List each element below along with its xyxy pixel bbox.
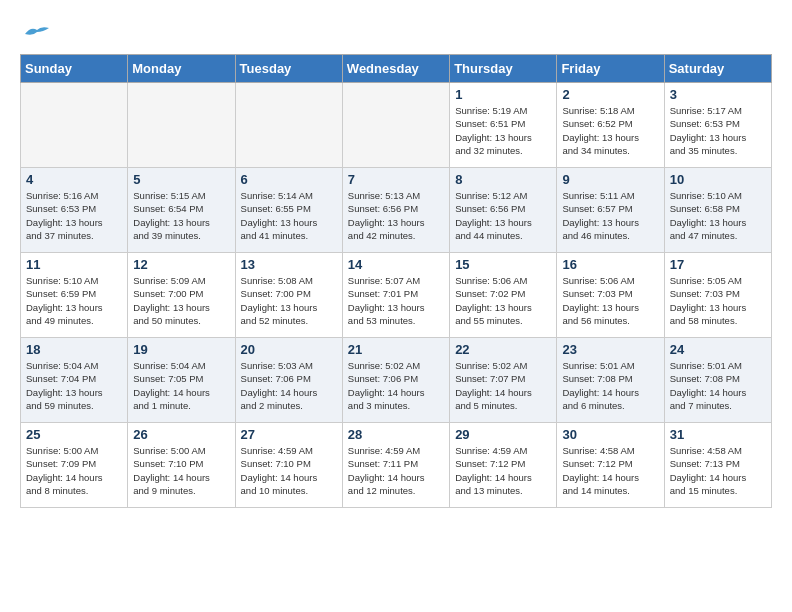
day-info: Sunrise: 5:02 AM Sunset: 7:07 PM Dayligh…	[455, 359, 551, 412]
day-info: Sunrise: 5:00 AM Sunset: 7:09 PM Dayligh…	[26, 444, 122, 497]
day-number: 30	[562, 427, 658, 442]
calendar-cell: 15Sunrise: 5:06 AM Sunset: 7:02 PM Dayli…	[450, 253, 557, 338]
calendar-cell: 31Sunrise: 4:58 AM Sunset: 7:13 PM Dayli…	[664, 423, 771, 508]
calendar-cell: 16Sunrise: 5:06 AM Sunset: 7:03 PM Dayli…	[557, 253, 664, 338]
day-info: Sunrise: 5:06 AM Sunset: 7:02 PM Dayligh…	[455, 274, 551, 327]
calendar-cell: 19Sunrise: 5:04 AM Sunset: 7:05 PM Dayli…	[128, 338, 235, 423]
day-info: Sunrise: 4:59 AM Sunset: 7:12 PM Dayligh…	[455, 444, 551, 497]
calendar-cell: 13Sunrise: 5:08 AM Sunset: 7:00 PM Dayli…	[235, 253, 342, 338]
week-row-2: 4Sunrise: 5:16 AM Sunset: 6:53 PM Daylig…	[21, 168, 772, 253]
logo-text	[20, 20, 51, 44]
day-number: 27	[241, 427, 337, 442]
calendar-cell: 20Sunrise: 5:03 AM Sunset: 7:06 PM Dayli…	[235, 338, 342, 423]
day-info: Sunrise: 5:18 AM Sunset: 6:52 PM Dayligh…	[562, 104, 658, 157]
calendar-cell: 1Sunrise: 5:19 AM Sunset: 6:51 PM Daylig…	[450, 83, 557, 168]
day-info: Sunrise: 5:04 AM Sunset: 7:04 PM Dayligh…	[26, 359, 122, 412]
day-info: Sunrise: 5:00 AM Sunset: 7:10 PM Dayligh…	[133, 444, 229, 497]
day-number: 9	[562, 172, 658, 187]
calendar-cell: 23Sunrise: 5:01 AM Sunset: 7:08 PM Dayli…	[557, 338, 664, 423]
page-header	[20, 20, 772, 44]
calendar-cell: 26Sunrise: 5:00 AM Sunset: 7:10 PM Dayli…	[128, 423, 235, 508]
day-info: Sunrise: 5:15 AM Sunset: 6:54 PM Dayligh…	[133, 189, 229, 242]
weekday-header-saturday: Saturday	[664, 55, 771, 83]
day-number: 24	[670, 342, 766, 357]
calendar-cell: 30Sunrise: 4:58 AM Sunset: 7:12 PM Dayli…	[557, 423, 664, 508]
day-info: Sunrise: 5:11 AM Sunset: 6:57 PM Dayligh…	[562, 189, 658, 242]
day-number: 23	[562, 342, 658, 357]
day-number: 15	[455, 257, 551, 272]
weekday-header-monday: Monday	[128, 55, 235, 83]
calendar-cell: 8Sunrise: 5:12 AM Sunset: 6:56 PM Daylig…	[450, 168, 557, 253]
day-number: 3	[670, 87, 766, 102]
calendar-cell: 18Sunrise: 5:04 AM Sunset: 7:04 PM Dayli…	[21, 338, 128, 423]
calendar-cell: 21Sunrise: 5:02 AM Sunset: 7:06 PM Dayli…	[342, 338, 449, 423]
day-number: 21	[348, 342, 444, 357]
calendar-cell: 10Sunrise: 5:10 AM Sunset: 6:58 PM Dayli…	[664, 168, 771, 253]
day-info: Sunrise: 5:16 AM Sunset: 6:53 PM Dayligh…	[26, 189, 122, 242]
weekday-header-tuesday: Tuesday	[235, 55, 342, 83]
day-number: 12	[133, 257, 229, 272]
calendar-cell	[128, 83, 235, 168]
day-info: Sunrise: 5:08 AM Sunset: 7:00 PM Dayligh…	[241, 274, 337, 327]
calendar-cell: 28Sunrise: 4:59 AM Sunset: 7:11 PM Dayli…	[342, 423, 449, 508]
week-row-4: 18Sunrise: 5:04 AM Sunset: 7:04 PM Dayli…	[21, 338, 772, 423]
day-info: Sunrise: 4:59 AM Sunset: 7:11 PM Dayligh…	[348, 444, 444, 497]
calendar-cell: 4Sunrise: 5:16 AM Sunset: 6:53 PM Daylig…	[21, 168, 128, 253]
calendar-cell: 25Sunrise: 5:00 AM Sunset: 7:09 PM Dayli…	[21, 423, 128, 508]
week-row-5: 25Sunrise: 5:00 AM Sunset: 7:09 PM Dayli…	[21, 423, 772, 508]
calendar-cell	[235, 83, 342, 168]
day-info: Sunrise: 5:07 AM Sunset: 7:01 PM Dayligh…	[348, 274, 444, 327]
bird-icon	[23, 24, 51, 42]
day-number: 25	[26, 427, 122, 442]
day-number: 28	[348, 427, 444, 442]
day-info: Sunrise: 5:12 AM Sunset: 6:56 PM Dayligh…	[455, 189, 551, 242]
calendar-cell: 12Sunrise: 5:09 AM Sunset: 7:00 PM Dayli…	[128, 253, 235, 338]
calendar-cell: 27Sunrise: 4:59 AM Sunset: 7:10 PM Dayli…	[235, 423, 342, 508]
calendar-cell	[21, 83, 128, 168]
day-number: 13	[241, 257, 337, 272]
weekday-header-friday: Friday	[557, 55, 664, 83]
day-info: Sunrise: 5:13 AM Sunset: 6:56 PM Dayligh…	[348, 189, 444, 242]
day-number: 4	[26, 172, 122, 187]
calendar-cell: 17Sunrise: 5:05 AM Sunset: 7:03 PM Dayli…	[664, 253, 771, 338]
calendar-cell: 24Sunrise: 5:01 AM Sunset: 7:08 PM Dayli…	[664, 338, 771, 423]
day-number: 14	[348, 257, 444, 272]
day-number: 5	[133, 172, 229, 187]
day-info: Sunrise: 5:10 AM Sunset: 6:59 PM Dayligh…	[26, 274, 122, 327]
day-info: Sunrise: 5:01 AM Sunset: 7:08 PM Dayligh…	[562, 359, 658, 412]
day-number: 2	[562, 87, 658, 102]
day-number: 8	[455, 172, 551, 187]
day-info: Sunrise: 5:02 AM Sunset: 7:06 PM Dayligh…	[348, 359, 444, 412]
day-number: 18	[26, 342, 122, 357]
calendar-cell: 14Sunrise: 5:07 AM Sunset: 7:01 PM Dayli…	[342, 253, 449, 338]
day-info: Sunrise: 5:14 AM Sunset: 6:55 PM Dayligh…	[241, 189, 337, 242]
calendar-table: SundayMondayTuesdayWednesdayThursdayFrid…	[20, 54, 772, 508]
calendar-cell: 3Sunrise: 5:17 AM Sunset: 6:53 PM Daylig…	[664, 83, 771, 168]
day-info: Sunrise: 5:10 AM Sunset: 6:58 PM Dayligh…	[670, 189, 766, 242]
day-number: 1	[455, 87, 551, 102]
calendar-cell	[342, 83, 449, 168]
calendar-cell: 2Sunrise: 5:18 AM Sunset: 6:52 PM Daylig…	[557, 83, 664, 168]
day-info: Sunrise: 5:19 AM Sunset: 6:51 PM Dayligh…	[455, 104, 551, 157]
calendar-cell: 6Sunrise: 5:14 AM Sunset: 6:55 PM Daylig…	[235, 168, 342, 253]
weekday-header-row: SundayMondayTuesdayWednesdayThursdayFrid…	[21, 55, 772, 83]
day-info: Sunrise: 5:09 AM Sunset: 7:00 PM Dayligh…	[133, 274, 229, 327]
weekday-header-sunday: Sunday	[21, 55, 128, 83]
day-number: 19	[133, 342, 229, 357]
day-info: Sunrise: 5:01 AM Sunset: 7:08 PM Dayligh…	[670, 359, 766, 412]
calendar-cell: 7Sunrise: 5:13 AM Sunset: 6:56 PM Daylig…	[342, 168, 449, 253]
calendar-cell: 5Sunrise: 5:15 AM Sunset: 6:54 PM Daylig…	[128, 168, 235, 253]
day-info: Sunrise: 5:05 AM Sunset: 7:03 PM Dayligh…	[670, 274, 766, 327]
day-number: 10	[670, 172, 766, 187]
day-number: 16	[562, 257, 658, 272]
calendar-cell: 29Sunrise: 4:59 AM Sunset: 7:12 PM Dayli…	[450, 423, 557, 508]
day-number: 7	[348, 172, 444, 187]
day-info: Sunrise: 4:58 AM Sunset: 7:12 PM Dayligh…	[562, 444, 658, 497]
day-info: Sunrise: 4:59 AM Sunset: 7:10 PM Dayligh…	[241, 444, 337, 497]
week-row-1: 1Sunrise: 5:19 AM Sunset: 6:51 PM Daylig…	[21, 83, 772, 168]
day-info: Sunrise: 5:04 AM Sunset: 7:05 PM Dayligh…	[133, 359, 229, 412]
day-number: 20	[241, 342, 337, 357]
calendar-cell: 22Sunrise: 5:02 AM Sunset: 7:07 PM Dayli…	[450, 338, 557, 423]
day-number: 31	[670, 427, 766, 442]
day-number: 6	[241, 172, 337, 187]
